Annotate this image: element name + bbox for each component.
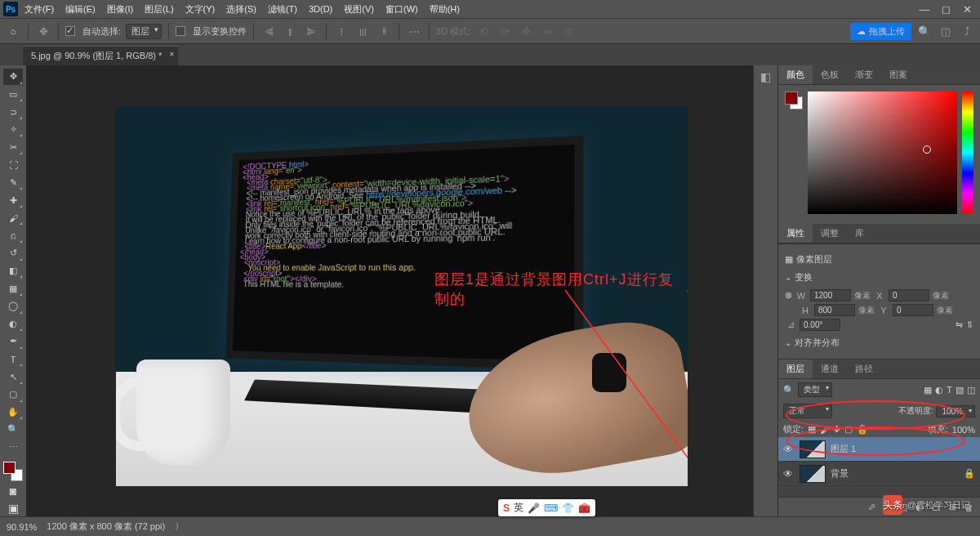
width-input[interactable]: 1200 <box>810 289 851 302</box>
brush-tool[interactable]: 🖌 <box>3 210 23 226</box>
align-center-h-icon[interactable]: ⫿ <box>282 23 298 39</box>
ime-voice-icon[interactable]: 🎤 <box>528 502 540 514</box>
tab-properties[interactable]: 属性 <box>778 224 813 243</box>
hand-tool[interactable]: ✋ <box>3 404 23 421</box>
eyedropper-tool[interactable]: ✎ <box>3 175 23 191</box>
layer-thumbnail[interactable] <box>800 440 826 458</box>
tab-adjustments[interactable]: 调整 <box>813 224 847 243</box>
tab-layers[interactable]: 图层 <box>778 360 813 378</box>
marquee-tool[interactable]: ▭ <box>3 87 23 103</box>
menu-help[interactable]: 帮助(H) <box>425 2 465 17</box>
menu-type[interactable]: 文字(Y) <box>180 2 220 17</box>
link-wh-icon[interactable]: ⊗ <box>785 290 792 301</box>
fill-input[interactable]: 100% <box>952 425 975 435</box>
align-middle-icon[interactable]: ⫼ <box>354 23 371 39</box>
menu-layer[interactable]: 图层(L) <box>140 2 178 17</box>
document-canvas[interactable]: <!DOCTYPE html> <html lang="en"> <head> … <box>116 106 688 486</box>
align-left-icon[interactable]: ⫷ <box>261 23 277 39</box>
height-input[interactable]: 800 <box>814 304 855 316</box>
ime-toolbox-icon[interactable]: 🧰 <box>578 502 590 514</box>
color-swatches[interactable] <box>3 462 23 481</box>
close-tab-icon[interactable]: × <box>170 50 175 59</box>
tab-gradients[interactable]: 渐变 <box>847 65 881 84</box>
blend-mode-dropdown[interactable]: 正常 <box>783 404 832 418</box>
move-tool-icon[interactable]: ✥ <box>35 23 51 39</box>
eraser-tool[interactable]: ◧ <box>3 263 23 279</box>
menu-image[interactable]: 图像(I) <box>102 2 138 17</box>
type-tool[interactable]: T <box>3 351 23 368</box>
show-transform-checkbox[interactable] <box>176 26 185 36</box>
heal-tool[interactable]: ✚ <box>3 192 23 208</box>
link-layers-icon[interactable]: ⬀ <box>868 502 875 512</box>
align-right-icon[interactable]: ⫸ <box>303 23 319 39</box>
stamp-tool[interactable]: ⎌ <box>3 227 23 243</box>
hue-slider[interactable] <box>962 92 973 214</box>
filter-smart-icon[interactable]: ◫ <box>967 385 975 395</box>
align-section[interactable]: 对齐并分布 <box>785 333 973 352</box>
filter-type-icon[interactable]: T <box>947 385 952 395</box>
layer-row[interactable]: 👁 图层 1 <box>778 437 980 462</box>
menu-filter[interactable]: 滤镜(T) <box>263 2 302 17</box>
dock-icon[interactable]: ◧ <box>759 70 773 85</box>
filter-pixel-icon[interactable]: ▦ <box>924 385 932 395</box>
layer-name[interactable]: 图层 1 <box>831 443 856 455</box>
auto-select-target[interactable]: 图层 <box>126 24 162 39</box>
crop-tool[interactable]: ✂ <box>3 139 23 155</box>
path-tool[interactable]: ↖ <box>3 368 23 385</box>
window-close[interactable]: ✕ <box>957 3 977 16</box>
tab-patterns[interactable]: 图案 <box>881 65 915 84</box>
y-input[interactable]: 0 <box>893 304 933 316</box>
cloud-upload-button[interactable]: ☁拖拽上传 <box>850 23 911 40</box>
frame-tool[interactable]: ⛶ <box>3 157 23 173</box>
wand-tool[interactable]: ✧ <box>3 122 23 138</box>
canvas-area[interactable]: <!DOCTYPE html> <html lang="en"> <head> … <box>26 65 753 516</box>
auto-select-checkbox[interactable] <box>65 26 75 36</box>
lock-pos-icon[interactable]: ✥ <box>833 424 840 435</box>
search-icon[interactable]: 🔍 <box>916 23 933 39</box>
layer-name[interactable]: 背景 <box>831 467 849 480</box>
tab-swatches[interactable]: 色板 <box>813 65 847 84</box>
lock-all-icon[interactable]: 🔒 <box>857 424 868 435</box>
angle-input[interactable]: 0.00° <box>800 319 840 331</box>
visibility-toggle[interactable]: 👁 <box>783 468 795 480</box>
zoom-level[interactable]: 90.91% <box>7 522 37 532</box>
lock-nest-icon[interactable]: ▢ <box>844 424 853 435</box>
x-input[interactable]: 0 <box>889 289 929 302</box>
home-button[interactable]: ⌂ <box>5 23 21 39</box>
filter-kind-dropdown[interactable]: 类型 <box>798 382 832 397</box>
zoom-tool[interactable]: 🔍 <box>3 422 23 438</box>
history-brush-tool[interactable]: ↺ <box>3 245 23 261</box>
menu-file[interactable]: 文件(F) <box>20 2 59 17</box>
tab-paths[interactable]: 路径 <box>847 360 881 378</box>
move-tool[interactable]: ✥ <box>3 69 23 85</box>
visibility-toggle[interactable]: 👁 <box>783 444 795 455</box>
blur-tool[interactable]: ◯ <box>3 298 23 315</box>
color-swatch[interactable] <box>785 92 803 109</box>
menu-view[interactable]: 视图(V) <box>339 2 379 17</box>
tab-color[interactable]: 颜色 <box>778 65 813 84</box>
filter-adj-icon[interactable]: ◐ <box>935 385 943 395</box>
distribute-icon[interactable]: ⋯ <box>406 23 422 39</box>
document-tab[interactable]: 5.jpg @ 90.9% (图层 1, RGB/8) * × <box>23 46 178 65</box>
shape-tool[interactable]: ▢ <box>3 386 23 403</box>
opacity-input[interactable]: 100% <box>936 405 975 418</box>
flip-h-icon[interactable]: ⇋ <box>956 319 963 330</box>
flip-v-icon[interactable]: ⥮ <box>966 319 973 330</box>
transform-section[interactable]: 变换 <box>785 268 973 287</box>
menu-edit[interactable]: 编辑(E) <box>60 2 100 17</box>
align-bottom-icon[interactable]: ⫵ <box>376 23 392 39</box>
align-top-icon[interactable]: ⫶ <box>333 23 350 39</box>
dodge-tool[interactable]: ◐ <box>3 316 23 333</box>
window-maximize[interactable]: ◻ <box>936 3 956 16</box>
ime-lang[interactable]: 英 <box>514 501 523 515</box>
filter-icon[interactable]: 🔍 <box>783 385 795 395</box>
share-icon[interactable]: ⤴ <box>959 23 975 39</box>
ime-keyboard-icon[interactable]: ⌨ <box>544 502 558 514</box>
tab-libraries[interactable]: 库 <box>847 224 872 243</box>
lasso-tool[interactable]: ⊃ <box>3 104 23 120</box>
layer-thumbnail[interactable] <box>800 465 826 483</box>
workspace-icon[interactable]: ◫ <box>938 23 954 39</box>
menu-3d[interactable]: 3D(D) <box>304 2 337 16</box>
layer-row[interactable]: 👁 背景 🔒 <box>778 462 980 486</box>
menu-window[interactable]: 窗口(W) <box>381 2 423 17</box>
